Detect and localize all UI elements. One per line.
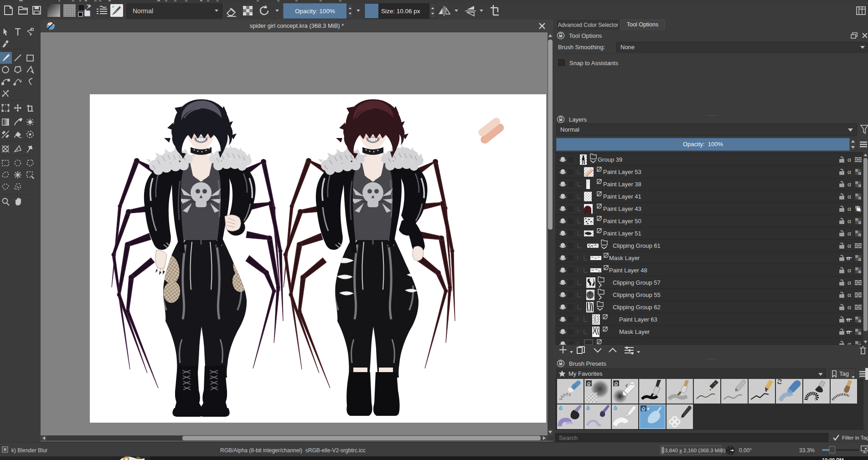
svg-text:Normal: Normal <box>133 7 153 15</box>
svg-text:Opacity: 100%: Opacity: 100% <box>295 8 335 15</box>
svg-text:Size: 10.06 px: Size: 10.06 px <box>381 8 420 15</box>
